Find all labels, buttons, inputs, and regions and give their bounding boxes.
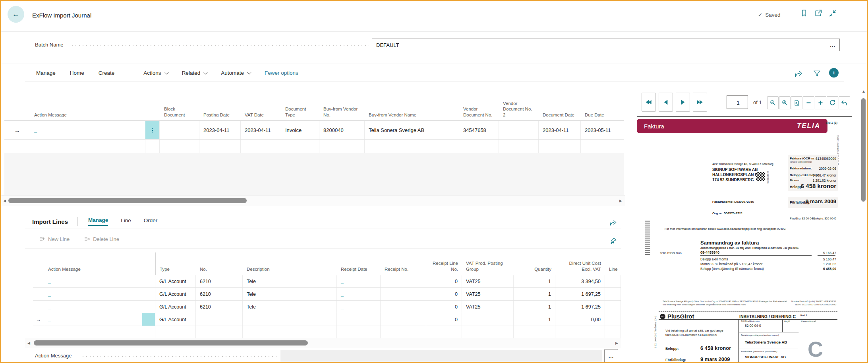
cell-line-clipped[interactable] (605, 288, 621, 300)
menu-create[interactable]: Create (99, 70, 115, 76)
pdf-revert-button[interactable] (839, 96, 850, 109)
cell-empty[interactable] (337, 326, 381, 338)
pdf-last-page-button[interactable] (693, 93, 707, 112)
cell-empty[interactable] (459, 140, 499, 154)
cell-due-date[interactable]: 2023-05-11 (581, 121, 619, 139)
pdf-page-number-field[interactable] (727, 95, 748, 109)
cell-line-clipped[interactable] (605, 313, 621, 326)
cell-empty[interactable] (199, 140, 241, 154)
cell-empty[interactable] (196, 326, 243, 338)
column-header-quantity[interactable]: Quantity (514, 252, 555, 275)
column-header-buy-from-vendor-name[interactable]: Buy-from Vendor Name (365, 87, 459, 120)
cell-no[interactable]: 6210 (196, 301, 243, 313)
cell-empty[interactable] (160, 140, 199, 154)
pdf-previous-page-button[interactable] (659, 93, 673, 112)
cell-unit-cost[interactable]: 3 394,50 (555, 275, 605, 287)
cell-menu[interactable] (142, 288, 155, 300)
cell-document-date[interactable]: 2023-04-11 (539, 121, 581, 139)
cell-unit-cost[interactable]: 0,00 (555, 313, 605, 326)
cell-receipt-date[interactable]: _ (337, 288, 381, 300)
cell-receipt-line-no[interactable]: 0 (426, 275, 462, 287)
cell-action-message[interactable]: _ (30, 121, 145, 139)
pdf-first-page-button[interactable] (642, 93, 656, 112)
cell-empty[interactable] (281, 140, 319, 154)
cell-empty[interactable] (581, 140, 619, 154)
batch-name-field[interactable]: ... (372, 39, 840, 51)
footer-assist-button[interactable]: ... (604, 349, 618, 363)
open-in-new-window-button[interactable] (813, 8, 824, 18)
cell-empty[interactable] (155, 326, 196, 338)
column-header-block-document[interactable]: Block Document (160, 87, 199, 120)
column-header-vat-date[interactable]: VAT Date (241, 87, 281, 120)
column-header-vendor-document-no-2[interactable]: Vendor Document No. 2 (499, 87, 539, 120)
cell-description[interactable]: Tele (243, 275, 337, 287)
cell-vat-date[interactable]: 2023-04-11 (241, 121, 281, 139)
cell-type[interactable]: G/L Account (155, 275, 196, 287)
pdf-next-page-button[interactable] (676, 93, 690, 112)
scroll-right-arrow[interactable]: ▶ (619, 199, 622, 203)
batch-assist-button[interactable]: ... (826, 42, 839, 48)
cell-receipt-no[interactable] (381, 288, 426, 300)
cell-description[interactable]: Tele (243, 288, 337, 300)
cell-menu[interactable] (142, 301, 155, 313)
filter-button[interactable] (812, 68, 822, 78)
cell-type[interactable]: G/L Account (155, 288, 196, 300)
cell-no[interactable]: 6210 (196, 275, 243, 287)
cell-empty[interactable] (426, 326, 462, 338)
cell-unit-cost[interactable]: 1 697,25 (555, 288, 605, 300)
column-header-action-message[interactable]: Action Message (30, 87, 145, 120)
cell-empty[interactable] (462, 326, 514, 338)
column-header-vat-prod-posting-group[interactable]: VAT Prod. Posting Group (462, 252, 514, 275)
row-selector[interactable] (33, 275, 44, 287)
pdf-page-number-input[interactable] (727, 96, 749, 109)
cell-posting-date[interactable]: 2023-04-11 (199, 121, 241, 139)
menu-automate[interactable]: Automate (221, 70, 250, 76)
cell-line-clipped[interactable] (605, 275, 621, 287)
cell-quantity[interactable]: 1 (514, 275, 555, 287)
cell-vat-group[interactable]: VAT25 (462, 288, 514, 300)
info-button[interactable]: i (829, 68, 839, 78)
cell-receipt-line-no[interactable]: 0 (426, 288, 462, 300)
row-selector[interactable] (33, 288, 44, 300)
cell-empty[interactable] (514, 326, 555, 338)
column-header-buy-from-vendor-no[interactable]: Buy-from Vendor No. (319, 87, 365, 120)
pdf-vscrollbar-thumb[interactable] (861, 98, 866, 202)
cell-empty[interactable] (381, 326, 426, 338)
tab-order[interactable]: Order (144, 217, 158, 225)
cell-vat-group[interactable]: VAT25 (462, 301, 514, 313)
batch-name-input[interactable] (372, 42, 826, 48)
pdf-fit-page-button[interactable] (791, 96, 802, 109)
cell-receipt-no[interactable] (381, 301, 426, 313)
bookmark-button[interactable] (799, 8, 809, 18)
column-header-receipt-no[interactable]: Receipt No. (381, 252, 426, 275)
cell-unit-cost[interactable]: 1 697,25 (555, 301, 605, 313)
row-selector[interactable] (33, 301, 44, 313)
cell-buy-from-vendor-no[interactable]: 8200040 (319, 121, 365, 139)
tab-line[interactable]: Line (121, 217, 131, 225)
cell-type[interactable]: G/L Account (155, 313, 196, 326)
tab-manage[interactable]: Manage (88, 217, 108, 226)
cell-receipt-date[interactable]: _ (337, 301, 381, 313)
scroll-left-arrow[interactable]: ◀ (27, 342, 30, 345)
cell-menu-selected[interactable] (142, 313, 155, 326)
pdf-shrink-button[interactable] (803, 96, 814, 109)
cell-receipt-line-no[interactable]: 0 (426, 313, 462, 326)
cell-receipt-no[interactable] (381, 313, 426, 326)
cell-menu[interactable] (142, 275, 155, 287)
menu-home[interactable]: Home (70, 70, 84, 76)
back-button[interactable]: ← (8, 6, 24, 23)
column-header-action-message[interactable]: Action Message (44, 252, 142, 275)
cell-buy-from-vendor-name[interactable]: Telia Sonera Sverige AB (365, 121, 459, 139)
cell-no[interactable] (196, 313, 243, 326)
column-header-type[interactable]: Type (155, 252, 196, 275)
scroll-right-arrow[interactable]: ▶ (615, 342, 618, 345)
cell-empty[interactable] (243, 326, 337, 338)
cell-empty[interactable] (142, 326, 155, 338)
cell-description[interactable] (243, 313, 337, 326)
cell-empty[interactable] (555, 326, 605, 338)
cell-empty[interactable] (499, 140, 539, 154)
menu-actions[interactable]: Actions (143, 70, 167, 76)
cell-empty[interactable] (30, 140, 145, 154)
fewer-options-link[interactable]: Fewer options (265, 70, 298, 76)
cell-empty[interactable] (33, 326, 44, 338)
